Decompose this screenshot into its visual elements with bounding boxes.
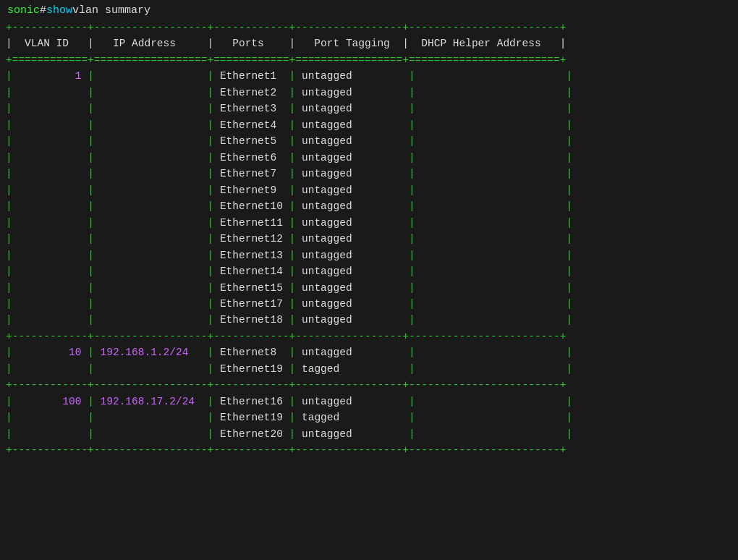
prompt-user: sonic — [7, 4, 40, 17]
prompt-rest: vlan summary — [72, 4, 150, 17]
prompt-show: show — [46, 4, 72, 17]
vlan-table: +------------+------------------+-------… — [0, 20, 738, 459]
prompt-line: sonic# show vlan summary — [0, 0, 738, 20]
prompt-hash: # — [40, 4, 46, 17]
terminal: sonic# show vlan summary +------------+-… — [0, 0, 738, 560]
